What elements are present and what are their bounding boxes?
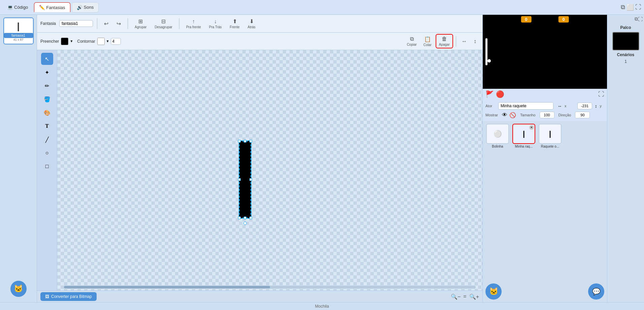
redo-btn[interactable]: ↪ (114, 19, 124, 28)
drawing-canvas[interactable] (57, 50, 482, 290)
atras-btn[interactable]: ⬇ Atrás (245, 17, 258, 30)
palco-label: Palco (607, 23, 644, 32)
tamanho-input[interactable] (540, 112, 554, 118)
score1-badge: 0 (521, 16, 531, 23)
codigo-icon: 💻 (7, 5, 13, 10)
zoom-out-btn[interactable]: 🔍− (451, 294, 461, 300)
paste-icon: 📋 (424, 36, 431, 42)
fill-color-swatch[interactable] (61, 38, 68, 45)
handle-ml[interactable] (238, 178, 241, 181)
tab-codigo[interactable]: 💻 Código (3, 3, 33, 12)
pra-tras-btn[interactable]: ↓ Pra Trás (206, 17, 225, 30)
handle-mr[interactable] (249, 178, 252, 181)
handle-tr[interactable] (249, 140, 252, 143)
agrupar-icon: ⊞ (138, 18, 143, 25)
minha-raq-delete-btn[interactable]: ✕ (529, 125, 534, 130)
flip-h-btn[interactable]: ↔ (459, 37, 470, 46)
stage-expand-btn[interactable]: ⛶ (598, 91, 604, 98)
fullscreen-btn[interactable]: ⛶ (635, 4, 641, 11)
tab-fantasias[interactable]: ✏️ Fantasias (34, 2, 70, 12)
raquete-o-label: Raquete o... (541, 145, 559, 148)
apagar-btn[interactable]: 🗑 Apagar (436, 34, 453, 48)
line-tool-btn[interactable]: ╱ (41, 133, 53, 146)
selected-shape[interactable] (239, 141, 251, 218)
handle-br[interactable] (249, 217, 252, 219)
stroke-width-input[interactable] (111, 38, 121, 45)
handle-rotate[interactable] (243, 222, 247, 225)
stop-btn[interactable]: 🔴 (496, 90, 504, 98)
reshape-tool-btn[interactable]: ✦ (41, 66, 53, 78)
stage-area: 0 0 (483, 15, 607, 89)
undo-btn[interactable]: ↩ (101, 19, 111, 28)
text-tool-btn[interactable]: T (41, 120, 53, 132)
green-flag-btn[interactable]: 🚩 (485, 90, 494, 98)
palco-thumbnail[interactable] (612, 32, 639, 50)
stroke-dropdown-btn[interactable]: ▼ (106, 39, 109, 43)
redo-icon: ↪ (116, 21, 121, 27)
handle-tc[interactable] (244, 140, 246, 143)
pencil-icon: ✏ (45, 83, 49, 89)
right-cat-btn[interactable]: 🐱 (485, 283, 502, 300)
sprite-card-raquete-o[interactable]: | Raquete o... (538, 124, 562, 148)
agrupar-btn[interactable]: ⊞ Agrupar (132, 17, 149, 30)
sprite-card-minha-raq[interactable]: | ✕ Minha raq... (512, 124, 536, 148)
fill-tool-btn[interactable]: 🪣 (41, 93, 53, 105)
convert-to-bitmap-btn[interactable]: 🖼 Converter para Bitmap (40, 292, 97, 301)
tab-sons[interactable]: 🔊 Sons (72, 2, 99, 12)
flip-v-btn[interactable]: ↕ (471, 37, 479, 46)
sprite-thumbnail[interactable]: | fantasia1 41 x 87 (3, 17, 34, 44)
canvas-scrollbar-h[interactable] (64, 286, 476, 288)
paint-bucket-btn[interactable]: 🎨 (41, 107, 53, 119)
sprite-thumb-minha-raq: | ✕ (512, 124, 535, 144)
stage-score: 0 0 (521, 16, 569, 23)
desagrupar-btn[interactable]: ⊟ Desagrupar (152, 17, 175, 30)
direcao-input[interactable] (575, 112, 590, 118)
restore-btn[interactable]: ⧉ (621, 4, 625, 11)
bucket-icon: 🎨 (44, 110, 50, 116)
left-sprite-panel: | fantasia1 41 x 87 🐱 (0, 15, 37, 302)
actor-name-row: Ator ↔ x ↕ y (485, 102, 604, 110)
handle-tl[interactable] (238, 140, 241, 143)
split-btn[interactable]: ⬜ (626, 4, 634, 11)
ellipse-tool-btn[interactable]: ○ (41, 147, 53, 159)
convert-label: Converter para Bitmap (51, 294, 92, 299)
frente-btn[interactable]: ⬆ Frente (227, 17, 242, 30)
handle-bc[interactable] (244, 217, 246, 219)
show-visible-btn[interactable]: 👁 (502, 112, 507, 118)
right-chat-btn[interactable]: 💬 (588, 283, 604, 300)
far-restore-btn[interactable]: ⧉ (635, 16, 638, 22)
select-tool-btn[interactable]: ↖ (41, 53, 53, 65)
bolinha-label: Bolinha (492, 145, 503, 148)
agrupar-label: Agrupar (135, 25, 147, 29)
copiar-btn[interactable]: ⧉ Copiar (404, 35, 419, 48)
colar-btn[interactable]: 📋 Colar (421, 35, 434, 48)
divider3 (179, 18, 179, 29)
pencil-tool-btn[interactable]: ✏ (41, 80, 53, 92)
rect-icon: □ (45, 163, 49, 169)
sprite-card-bolinha[interactable]: ⚪ Bolinha (485, 124, 510, 148)
fantasia-name-input[interactable] (59, 20, 93, 27)
pra-frente-btn[interactable]: ↑ Pra frente (183, 17, 204, 30)
fantasias-icon: ✏️ (39, 5, 45, 10)
rect-tool-btn[interactable]: □ (41, 160, 53, 172)
preencher-label: Preencher (40, 39, 59, 44)
fill-dropdown-btn[interactable]: ▼ (70, 39, 73, 43)
zoom-in-btn[interactable]: 🔍+ (469, 294, 479, 300)
actor-name-input[interactable] (498, 102, 553, 110)
show-toggle: 👁 🚫 (502, 112, 516, 118)
x-input[interactable] (577, 103, 592, 109)
show-hidden-btn[interactable]: 🚫 (509, 112, 516, 118)
arrow-x-icon: ↔ (557, 104, 562, 109)
cat-icon: 🐱 (14, 284, 23, 293)
raquete-o-icon: | (549, 129, 551, 138)
handle-bl[interactable] (238, 217, 241, 219)
stroke-color-swatch[interactable] (97, 38, 105, 45)
far-fullscreen-btn[interactable]: ⛶ (638, 16, 643, 22)
zoom-reset-btn[interactable]: = (463, 294, 466, 300)
flip-h-icon: ↔ (462, 38, 467, 44)
delete-icon: 🗑 (442, 36, 447, 42)
cat-button[interactable]: 🐱 (10, 281, 27, 297)
chat-icon: 💬 (592, 287, 601, 296)
atras-icon: ⬇ (249, 18, 254, 25)
sprite-thumb-label: fantasia1 (4, 33, 33, 38)
